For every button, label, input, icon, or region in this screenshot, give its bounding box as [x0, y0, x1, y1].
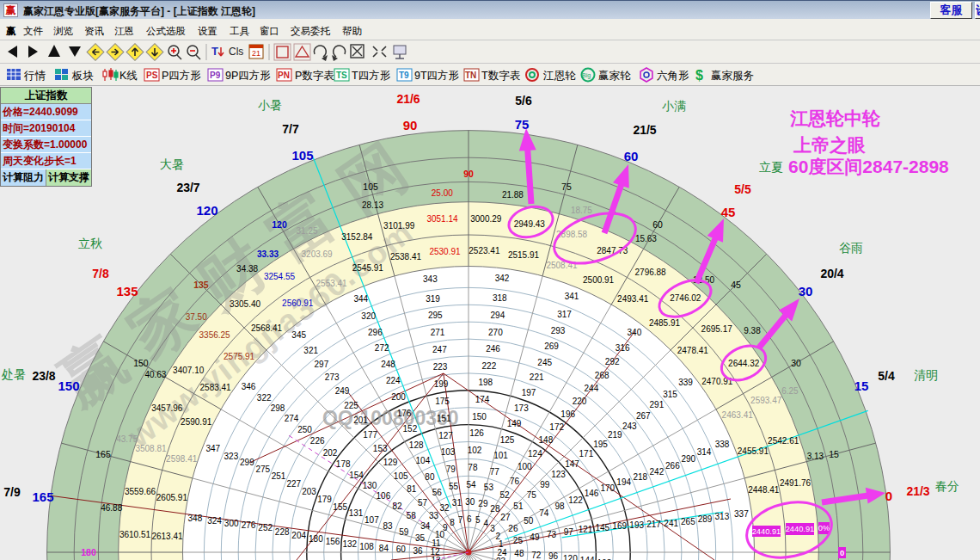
svg-text:174: 174: [475, 395, 490, 404]
svg-text:2440.91: 2440.91: [752, 527, 781, 536]
svg-text:222: 222: [482, 361, 497, 371]
svg-text:346: 346: [242, 382, 256, 391]
svg-text:21/5: 21/5: [633, 123, 656, 137]
svg-text:296: 296: [368, 328, 383, 337]
svg-text:218: 218: [633, 472, 647, 482]
svg-text:3051.14: 3051.14: [426, 214, 458, 224]
svg-text:33.33: 33.33: [257, 249, 279, 259]
svg-text:上帝之眼: 上帝之眼: [793, 135, 866, 155]
svg-text:2644.32: 2644.32: [728, 359, 760, 368]
svg-text:323: 323: [224, 452, 239, 461]
svg-text:5/6: 5/6: [515, 94, 532, 108]
svg-text:55: 55: [449, 482, 459, 491]
svg-text:270: 270: [488, 328, 503, 337]
svg-text:121: 121: [579, 525, 593, 534]
svg-text:2575.91: 2575.91: [224, 352, 255, 361]
svg-text:P9: P9: [210, 71, 221, 80]
svg-text:170: 170: [600, 483, 615, 493]
svg-text:立秋: 立秋: [78, 237, 102, 250]
svg-text:348: 348: [188, 514, 203, 523]
svg-text:49: 49: [530, 532, 540, 542]
svg-text:132: 132: [342, 539, 357, 549]
svg-text:21.88: 21.88: [502, 190, 524, 200]
svg-text:3101.99: 3101.99: [383, 221, 415, 231]
svg-text:220: 220: [573, 397, 587, 406]
svg-text:120: 120: [196, 203, 217, 218]
svg-text:99: 99: [540, 480, 550, 489]
svg-text:275: 275: [255, 465, 270, 474]
svg-text:3254.55: 3254.55: [264, 272, 296, 281]
svg-text:125: 125: [500, 435, 515, 445]
svg-text:226: 226: [310, 436, 325, 446]
svg-text:347: 347: [205, 444, 220, 453]
svg-text:227: 227: [286, 479, 301, 489]
svg-text:108: 108: [359, 542, 374, 551]
svg-text:T: T: [211, 45, 218, 58]
svg-text:120: 120: [563, 554, 578, 560]
svg-text:56: 56: [432, 488, 443, 497]
svg-text:252: 252: [258, 523, 273, 532]
svg-text:18.75: 18.75: [571, 206, 592, 215]
svg-text:30: 30: [465, 497, 475, 507]
svg-text:195: 195: [593, 440, 608, 449]
svg-text:45: 45: [721, 205, 736, 219]
svg-text:73: 73: [547, 530, 557, 539]
svg-text:198: 198: [478, 378, 493, 387]
svg-text:146: 146: [585, 489, 599, 498]
svg-text:135: 135: [193, 280, 209, 290]
svg-text:82: 82: [392, 502, 402, 511]
svg-text:2746.02: 2746.02: [670, 293, 701, 303]
svg-text:228: 228: [275, 527, 290, 537]
svg-text:59: 59: [399, 527, 409, 537]
svg-text:103: 103: [441, 447, 456, 457]
svg-text:15: 15: [854, 378, 869, 393]
svg-text:Big: Big: [582, 72, 591, 79]
svg-text:124: 124: [528, 449, 542, 458]
svg-text:2949.43: 2949.43: [514, 219, 546, 229]
svg-text:271: 271: [431, 328, 445, 337]
svg-text:76: 76: [510, 477, 520, 486]
svg-text:149: 149: [507, 419, 522, 428]
svg-text:立夏: 立夏: [759, 160, 783, 174]
svg-text:34.38: 34.38: [236, 264, 258, 274]
svg-text:201: 201: [353, 415, 368, 425]
svg-text:293: 293: [551, 326, 566, 335]
svg-text:344: 344: [353, 294, 368, 304]
svg-text:217: 217: [646, 520, 661, 529]
svg-text:TN: TN: [465, 71, 476, 80]
svg-text:6: 6: [467, 514, 472, 524]
svg-text:105: 105: [394, 471, 408, 481]
svg-text:5/4: 5/4: [878, 369, 895, 383]
svg-text:297: 297: [315, 360, 329, 369]
svg-text:106: 106: [377, 491, 391, 501]
svg-text:242: 242: [650, 467, 665, 477]
svg-text:43.75: 43.75: [116, 434, 138, 444]
svg-text:54: 54: [467, 480, 477, 489]
svg-text:274: 274: [285, 414, 299, 423]
svg-text:2530.91: 2530.91: [429, 247, 461, 256]
svg-text:3457.96: 3457.96: [151, 403, 183, 413]
svg-text:5: 5: [475, 515, 481, 525]
svg-text:4: 4: [483, 519, 488, 528]
svg-text:74: 74: [539, 508, 549, 518]
svg-text:319: 319: [426, 294, 440, 304]
svg-text:29: 29: [478, 499, 488, 508]
svg-text:30: 30: [791, 358, 801, 368]
svg-text:2583.41: 2583.41: [200, 383, 232, 392]
svg-text:148: 148: [539, 435, 554, 445]
svg-text:36: 36: [413, 546, 424, 556]
svg-text:2598.41: 2598.41: [166, 454, 198, 464]
svg-text:150: 150: [472, 412, 487, 422]
svg-text:谷雨: 谷雨: [839, 241, 863, 255]
svg-text:53: 53: [484, 483, 494, 492]
svg-text:165: 165: [32, 489, 53, 504]
svg-text:126: 126: [469, 428, 484, 438]
svg-text:224: 224: [386, 376, 401, 385]
svg-text:79: 79: [446, 465, 456, 474]
svg-text:177: 177: [363, 430, 377, 440]
svg-text:176: 176: [397, 409, 412, 418]
svg-text:13: 13: [432, 556, 442, 560]
svg-text:244: 244: [585, 384, 599, 393]
svg-text:7/9: 7/9: [3, 485, 21, 499]
svg-text:28: 28: [490, 504, 500, 514]
